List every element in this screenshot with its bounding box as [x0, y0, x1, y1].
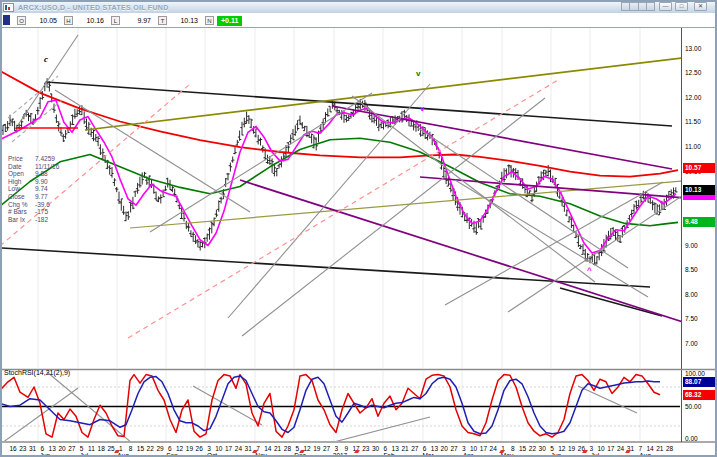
time-tick: 17: [480, 445, 487, 452]
time-tick: 17: [607, 445, 614, 452]
price-axis-label: 7.00: [685, 340, 698, 347]
time-tick: 6: [423, 445, 427, 452]
time-tick: 19: [313, 445, 320, 452]
time-tick: 31: [245, 445, 252, 452]
mini-button[interactable]: [647, 2, 655, 11]
mini-button[interactable]: [621, 2, 630, 11]
time-tick: 31: [29, 445, 36, 452]
time-tick: 21: [274, 445, 281, 452]
time-tick: 19: [568, 445, 575, 452]
time-tick: 13: [49, 445, 56, 452]
time-tick: 24: [490, 445, 497, 452]
tooltip-row: Chg %-39.6: [8, 201, 59, 209]
time-tick: 12: [176, 445, 183, 452]
quote-field-label: H: [64, 16, 73, 25]
tooltip-row: Price7.4259: [8, 155, 59, 163]
time-tick: 15: [137, 445, 144, 452]
titlebar[interactable]: ARCX:USO,D - UNITED STATES OIL FUND: [2, 2, 715, 13]
quote-field-value: 10.05: [26, 17, 57, 24]
wave-label: v: [416, 70, 420, 78]
data-window-tooltip: Price7.4259Date11/11/16Open9.88High9.90L…: [8, 155, 59, 223]
tooltip-row: Low9.74: [8, 185, 59, 193]
time-tick: 10: [597, 445, 604, 452]
net-change-badge: +0.11: [217, 16, 242, 26]
time-tick: 3: [589, 445, 593, 452]
time-tick: 27: [450, 445, 457, 452]
time-tick: 1: [119, 445, 123, 452]
quote-field-value: 9.97: [120, 17, 151, 24]
magenta-price-marker: [683, 195, 716, 200]
time-tick: 10: [470, 445, 477, 452]
quote-field-label: L: [111, 16, 120, 25]
quote-field-label: O: [17, 16, 26, 25]
price-axis-label: 8.50: [685, 266, 698, 273]
month-label: Aug: [639, 452, 651, 457]
app-icon: [3, 3, 14, 12]
price-axis-label: 12.00: [685, 94, 701, 101]
price-axis-label: 11.00: [685, 143, 701, 150]
wave-label: ^: [587, 267, 592, 275]
time-tick: 26: [196, 445, 203, 452]
time-tick: 28: [666, 445, 673, 452]
chart-window: ARCX:USO,D - UNITED STATES OIL FUND — □ …: [0, 0, 717, 457]
wave-label: v: [420, 105, 424, 113]
time-tick: 3: [335, 445, 339, 452]
quote-field-label: T: [158, 16, 167, 25]
quote-field-value: 10.16: [73, 17, 104, 24]
titlebar-mini-toolbar[interactable]: [621, 2, 655, 11]
chart-canvas[interactable]: [0, 0, 717, 457]
time-tick: 5: [295, 445, 299, 452]
month-label: 2017: [333, 452, 347, 457]
close-button[interactable]: ✕: [694, 2, 707, 11]
time-tick: 17: [225, 445, 232, 452]
time-tick: 14: [646, 445, 653, 452]
time-tick: 27: [68, 445, 75, 452]
price-badge: 10.13: [683, 185, 716, 195]
time-tick: 27: [323, 445, 330, 452]
maximize-button[interactable]: □: [675, 2, 688, 11]
price-axis-label: 12.50: [685, 69, 701, 76]
time-tick: 24: [617, 445, 624, 452]
time-tick: 16: [9, 445, 16, 452]
time-tick: 28: [284, 445, 291, 452]
tooltip-row: Date11/11/16: [8, 163, 59, 171]
time-tick: 6: [41, 445, 45, 452]
tooltip-row: High9.90: [8, 178, 59, 186]
mini-button[interactable]: [630, 2, 638, 11]
month-label: Jun: [551, 452, 561, 457]
mini-button[interactable]: [639, 2, 647, 11]
minimize-button[interactable]: —: [659, 2, 672, 11]
indicator-axis-label: 0.00: [685, 435, 698, 442]
time-tick: 21: [401, 445, 408, 452]
month-label: Feb: [383, 452, 394, 457]
time-tick: 14: [264, 445, 271, 452]
price-badge: 9.48: [683, 217, 716, 227]
price-axis-label: 7.50: [685, 315, 698, 322]
time-tick: 11: [88, 445, 95, 452]
time-tick: 10: [215, 445, 222, 452]
time-tick: 8: [511, 445, 515, 452]
time-tick: 23: [19, 445, 26, 452]
quote-field-value: 10.13: [167, 17, 198, 24]
price-badge: 10.57: [683, 163, 716, 173]
month-label: Nov: [255, 452, 267, 457]
price-axis-label: 13.00: [685, 45, 701, 52]
quote-field-label: N: [205, 16, 214, 25]
time-tick: 18: [98, 445, 105, 452]
time-tick: 19: [186, 445, 193, 452]
time-tick: 13: [392, 445, 399, 452]
time-tick: 5: [80, 445, 84, 452]
indicator-badge: 68.32: [683, 390, 716, 400]
time-tick: 23: [362, 445, 369, 452]
time-tick: 30: [539, 445, 546, 452]
time-tick: 22: [529, 445, 536, 452]
tooltip-row: Close9.77: [8, 193, 59, 201]
tooltip-row: # Bars-175: [8, 208, 59, 216]
tooltip-row: Bar Ix-182: [8, 216, 59, 224]
indicator-badge: 88.07: [683, 377, 716, 387]
month-label: Jul: [591, 452, 599, 457]
month-label: Jun: [40, 452, 50, 457]
price-axis-label: 8.00: [685, 291, 698, 298]
time-tick: 22: [147, 445, 154, 452]
time-tick: 9: [344, 445, 348, 452]
